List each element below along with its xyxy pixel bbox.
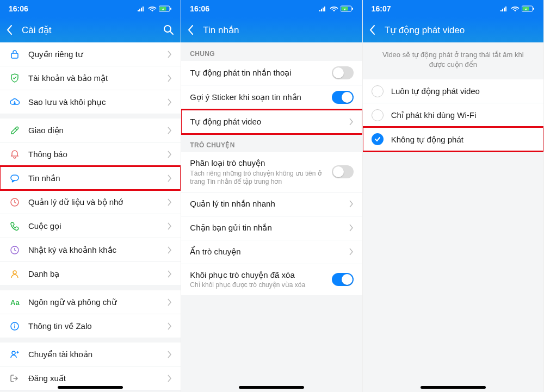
nav-title: Tin nhắn — [203, 24, 355, 36]
chevron-right-icon — [168, 246, 172, 254]
toggle[interactable] — [332, 165, 354, 178]
section-header-chat: TRÒ CHUYỆN — [181, 134, 362, 152]
brush-icon — [9, 125, 21, 136]
settings-row[interactable]: Quản lý dữ liệu và bộ nhớ — [0, 190, 181, 214]
row-restore-chat[interactable]: Khôi phục trò chuyện đã xóa Chỉ khôi phụ… — [181, 264, 362, 295]
row-sublabel: Tách riêng những trò chuyện không ưu tiê… — [190, 170, 328, 186]
back-button[interactable] — [7, 24, 22, 35]
status-time: 16:06 — [9, 4, 28, 13]
chevron-right-icon — [349, 224, 354, 232]
radio-option[interactable]: Luôn tự động phát video — [363, 79, 543, 103]
settings-row[interactable]: Giao diện — [0, 119, 181, 142]
radio-option[interactable]: Không tự động phát — [363, 127, 543, 151]
back-button[interactable] — [188, 24, 203, 35]
row-label: Danh bạ — [28, 269, 164, 279]
toggle[interactable] — [332, 91, 354, 104]
chevron-right-icon — [168, 322, 172, 330]
status-bar: 16:06 — [181, 0, 362, 17]
chevron-right-icon — [168, 298, 172, 306]
status-icons — [137, 5, 172, 12]
row-sticker-suggest[interactable]: Gợi ý Sticker khi soạn tin nhắn — [181, 85, 362, 110]
screen-autoplay-video: 16:07 Tự động phát video Video sẽ tự độn… — [363, 0, 544, 392]
nav-title: Tự động phát video — [385, 24, 537, 36]
settings-row[interactable]: AaNgôn ngữ và phông chữ — [0, 290, 181, 314]
row-quick-message[interactable]: Quản lý tin nhắn nhanh — [181, 192, 362, 216]
home-indicator — [421, 386, 486, 389]
settings-list: Quyền riêng tưTài khoản và bảo mậtSao lư… — [0, 42, 181, 392]
status-time: 16:06 — [190, 4, 209, 13]
svg-rect-14 — [352, 8, 353, 10]
section-gap — [0, 286, 181, 290]
chevron-right-icon — [349, 118, 354, 126]
row-auto-play-voice[interactable]: Tự động phát tin nhắn thoại — [181, 61, 362, 85]
row-label: Cuộc gọi — [28, 221, 164, 232]
toggle[interactable] — [332, 273, 354, 286]
settings-row[interactable]: Cuộc gọi — [0, 214, 181, 238]
row-hide-chat[interactable]: Ẩn trò chuyện — [181, 240, 362, 264]
settings-row[interactable]: Danh bạ — [0, 262, 181, 286]
radio-option[interactable]: Chỉ phát khi dùng Wi-Fi — [363, 103, 543, 127]
info-icon — [9, 320, 21, 332]
chevron-right-icon — [349, 248, 354, 256]
status-bar: 16:07 — [363, 0, 543, 17]
message-icon — [9, 172, 21, 184]
row-label: Gợi ý Sticker khi soạn tin nhắn — [190, 92, 328, 103]
settings-row[interactable]: Tài khoản và bảo mật — [0, 66, 181, 90]
row-label: Đăng xuất — [28, 373, 164, 384]
radio-button[interactable] — [372, 85, 384, 97]
nav-bar: Tin nhắn — [181, 17, 362, 42]
settings-row[interactable]: Thông báo — [0, 142, 181, 166]
home-indicator — [239, 386, 304, 389]
svg-point-8 — [13, 271, 16, 274]
clock-icon — [9, 196, 21, 208]
chevron-right-icon — [168, 127, 172, 134]
nav-bar: Cài đặt — [0, 17, 181, 42]
person-icon — [9, 268, 21, 280]
status-bar: 16:06 — [0, 0, 181, 17]
search-button[interactable] — [159, 24, 174, 35]
back-button[interactable] — [369, 24, 385, 35]
status-icons — [319, 5, 354, 12]
chevron-right-icon — [168, 375, 172, 382]
lang-icon: Aa — [9, 296, 21, 308]
chevron-right-icon — [168, 98, 172, 106]
chevron-right-icon — [168, 198, 172, 206]
nav-title: Cài đặt — [22, 24, 159, 36]
row-chat-classify[interactable]: Phân loại trò chuyện Tách riêng những tr… — [181, 152, 362, 192]
messages-settings-list: CHUNG Tự động phát tin nhắn thoại Gợi ý … — [181, 42, 362, 392]
radio-button[interactable] — [372, 133, 384, 145]
settings-row[interactable]: Thông tin về Zalo — [0, 314, 181, 338]
toggle[interactable] — [332, 66, 354, 79]
row-label: Thông báo — [28, 149, 164, 160]
screen-messages: 16:06 Tin nhắn CHUNG Tự động phát tin nh… — [181, 0, 362, 392]
row-label: Tài khoản và bảo mật — [28, 73, 164, 84]
row-label: Chuyển tài khoản — [28, 349, 164, 360]
row-auto-play-video[interactable]: Tự động phát video — [181, 110, 362, 134]
chevron-right-icon — [168, 351, 172, 358]
settings-row[interactable]: Sao lưu và khôi phục — [0, 90, 181, 114]
section-gap — [0, 338, 181, 343]
screen-settings: 16:06 Cài đặt Quyền riêng tưTài khoản và… — [0, 0, 181, 392]
row-block-send[interactable]: Chặn bạn gửi tin nhắn — [181, 216, 362, 240]
row-label: Tự động phát tin nhắn thoại — [190, 67, 328, 78]
chevron-right-icon — [168, 222, 172, 230]
svg-text:Aa: Aa — [10, 298, 20, 307]
section-header-general: CHUNG — [181, 42, 362, 61]
moments-icon — [9, 244, 21, 256]
settings-row[interactable]: Tin nhắn — [0, 166, 181, 190]
settings-row[interactable]: Chuyển tài khoản — [0, 343, 181, 366]
svg-point-11 — [12, 351, 15, 354]
settings-row[interactable]: Quyền riêng tư — [0, 42, 181, 66]
nav-bar: Tự động phát video — [363, 17, 543, 42]
row-label: Phân loại trò chuyện — [190, 158, 328, 169]
row-label: Khôi phục trò chuyện đã xóa — [190, 270, 328, 281]
svg-rect-2 — [170, 8, 171, 10]
row-label: Giao diện — [28, 125, 164, 136]
row-label: Ngôn ngữ và phông chữ — [28, 297, 164, 308]
row-label: Chặn bạn gửi tin nhắn — [190, 222, 345, 233]
chevron-right-icon — [349, 200, 354, 208]
settings-row[interactable]: Nhật ký và khoảnh khắc — [0, 238, 181, 262]
shield-icon — [9, 72, 21, 84]
radio-button[interactable] — [372, 109, 384, 121]
svg-rect-17 — [533, 8, 534, 10]
